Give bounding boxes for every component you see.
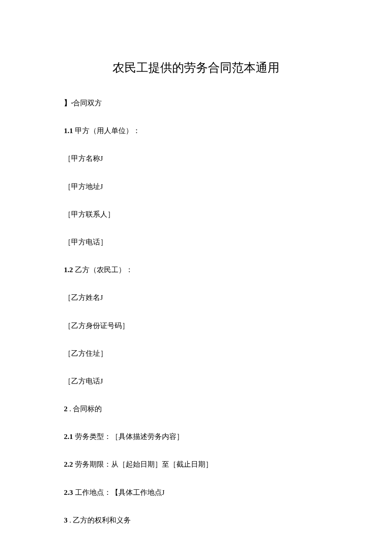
clause-2-3-text: 工作地点：【具体工作地点J	[73, 488, 164, 497]
document-title: 农民工提供的劳务合同范本通用	[64, 60, 328, 76]
clause-2-2: 2.2 劳务期限：从［起始日期］至［截止日期］	[64, 459, 328, 470]
clause-1-1-number: 1.1	[64, 127, 73, 135]
clause-1-2: 1.2 乙方（农民工）：	[64, 264, 328, 276]
section-1-text: 合同双方	[73, 99, 102, 107]
clause-2-1: 2.1 劳务类型：［具体描述劳务内容］	[64, 431, 328, 442]
clause-2-2-number: 2.2	[64, 460, 73, 468]
clause-2-2-text: 劳务期限：从［起始日期］至［截止日期］	[73, 460, 212, 468]
party-b-name-field: ［乙方姓名J	[64, 292, 328, 303]
section-1-header: 】·合同双方	[64, 97, 328, 109]
party-a-contact-field: ［甲方联系人］	[64, 209, 328, 220]
section-3-header: 3 . 乙方的权利和义务	[64, 514, 328, 526]
party-b-phone-field: ［乙方电话J	[64, 375, 328, 387]
section-2-number: 2	[64, 405, 68, 413]
clause-2-1-text: 劳务类型：［具体描述劳务内容］	[73, 433, 183, 441]
section-2-header: 2 . 合同标的	[64, 403, 328, 415]
section-3-text: . 乙方的权利和义务	[68, 516, 131, 524]
party-a-phone-field: ［甲方电话］	[64, 236, 328, 248]
clause-2-3-number: 2.3	[64, 488, 73, 497]
party-b-address-field: ［乙方住址］	[64, 348, 328, 359]
party-a-address-field: ［甲方地址J	[64, 181, 328, 192]
clause-1-1: 1.1 甲方（用人单位）：	[64, 125, 328, 137]
clause-1-2-text: 乙方（农民工）：	[73, 266, 133, 274]
section-2-text: . 合同标的	[68, 405, 102, 413]
section-3-number: 3	[64, 516, 68, 524]
clause-1-1-text: 甲方（用人单位）：	[73, 127, 140, 135]
clause-2-1-number: 2.1	[64, 433, 73, 441]
party-b-id-field: ［乙方身份证号码］	[64, 320, 328, 331]
clause-1-2-number: 1.2	[64, 266, 73, 274]
party-a-name-field: ［甲方名称J	[64, 153, 328, 164]
clause-2-3: 2.3 工作地点：【具体工作地点J	[64, 487, 328, 498]
section-1-prefix: 】·	[64, 99, 73, 107]
